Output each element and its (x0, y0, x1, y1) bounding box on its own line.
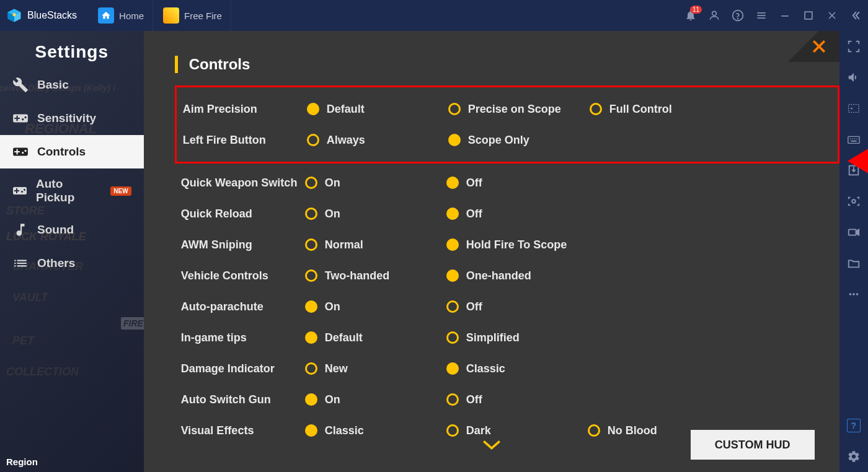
free-fire-icon (163, 7, 179, 24)
row-label: In-game tips (181, 331, 305, 344)
settings-row: Quick Weapon SwitchOnOff (144, 167, 839, 198)
radio-icon (305, 177, 317, 189)
svg-point-24 (852, 199, 856, 203)
option-label: New (325, 362, 348, 375)
music-icon (12, 222, 29, 238)
radio-icon (305, 300, 317, 313)
tab-label: Free Fire (184, 11, 222, 21)
sidebar-item-auto-pickup[interactable]: Auto Pickup NEW (0, 168, 144, 213)
close-icon[interactable] (826, 9, 838, 22)
option-label: Always (327, 134, 365, 147)
fullscreen-icon[interactable] (847, 40, 861, 53)
radio-option[interactable]: Off (446, 208, 588, 221)
radio-option[interactable]: Off (446, 177, 588, 190)
radio-option[interactable]: On (305, 177, 446, 190)
option-label: Two-handed (325, 269, 390, 282)
menu-icon[interactable] (755, 9, 768, 22)
maximize-icon[interactable] (802, 9, 815, 22)
radio-icon (446, 208, 459, 220)
radio-option[interactable]: Full Control (590, 103, 731, 116)
radio-option[interactable]: Simplified (446, 331, 588, 344)
row-label: Auto Switch Gun (181, 393, 305, 406)
settings-row: Damage IndicatorNewClassic (144, 353, 839, 384)
install-apk-icon[interactable] (847, 164, 861, 177)
svg-point-29 (856, 293, 858, 295)
sidebar-item-others[interactable]: Others (0, 247, 144, 280)
bell-icon[interactable]: 11 (684, 9, 697, 22)
radio-option[interactable]: Two-handed (305, 269, 446, 282)
sidebar-item-controls[interactable]: Controls (0, 135, 144, 168)
option-label: Default (325, 331, 363, 344)
gamepad-icon (12, 110, 29, 126)
radio-option[interactable]: Hold Fire To Scope (446, 238, 588, 251)
radio-icon (446, 393, 459, 406)
sidebar-item-basic[interactable]: Basic (0, 68, 144, 102)
radio-option[interactable]: Off (446, 300, 588, 313)
tab-home[interactable]: Home (89, 0, 153, 31)
radio-icon (307, 103, 319, 115)
svg-point-18 (852, 138, 853, 139)
radio-option[interactable]: New (305, 362, 446, 375)
user-icon[interactable] (708, 9, 720, 22)
radio-option[interactable]: Precise on Scope (448, 103, 590, 116)
radio-option[interactable]: Default (305, 331, 446, 344)
radio-option[interactable]: Dark (446, 424, 588, 437)
minimize-icon[interactable] (779, 9, 791, 22)
radio-icon (305, 208, 317, 220)
radio-option[interactable]: One-handed (446, 269, 588, 282)
option-label: On (325, 177, 340, 190)
app-logo-area: BlueStacks (6, 7, 77, 24)
radio-option[interactable]: Classic (446, 362, 588, 375)
list-icon (12, 255, 29, 271)
option-label: Off (466, 208, 482, 221)
bluestacks-logo-icon (6, 7, 22, 24)
settings-row: Auto-parachuteOnOff (144, 291, 839, 322)
radio-option[interactable]: Default (307, 103, 448, 116)
scroll-down-indicator[interactable] (481, 439, 502, 453)
help-icon[interactable] (732, 9, 744, 22)
gear-icon[interactable] (847, 450, 861, 463)
radio-icon (446, 362, 459, 375)
radio-option[interactable]: Off (446, 393, 588, 406)
tab-free-fire[interactable]: Free Fire (154, 0, 231, 31)
tab-label: Home (119, 11, 144, 21)
row-label: Aim Precision (183, 103, 307, 116)
sidebar-item-sound[interactable]: Sound (0, 213, 144, 247)
close-icon (810, 37, 828, 56)
option-label: Classic (325, 424, 364, 437)
settings-row: Left Fire ButtonAlwaysScope Only (177, 125, 838, 155)
radio-option[interactable]: Always (307, 134, 448, 147)
volume-icon[interactable] (847, 71, 861, 84)
custom-hud-button[interactable]: CUSTOM HUD (691, 430, 815, 460)
keyboard-icon[interactable] (847, 133, 861, 146)
option-label: Off (466, 177, 482, 190)
keymap-icon[interactable] (847, 102, 861, 115)
svg-rect-14 (849, 105, 859, 113)
svg-point-15 (851, 108, 852, 109)
option-label: Default (327, 103, 365, 116)
sidebar-item-label: Auto Pickup (36, 177, 99, 204)
radio-option[interactable]: On (305, 208, 446, 221)
help-box-icon[interactable]: ? (847, 419, 861, 432)
screenshot-icon[interactable] (847, 194, 861, 208)
sidebar-item-label: Sound (37, 223, 74, 237)
radio-option[interactable]: On (305, 393, 446, 406)
row-label: Vehicle Controls (181, 269, 305, 282)
collapse-icon[interactable] (849, 9, 862, 22)
radio-option[interactable]: On (305, 300, 446, 313)
radio-option[interactable]: Classic (305, 424, 446, 437)
option-label: Scope Only (468, 134, 529, 147)
more-icon[interactable] (847, 287, 861, 301)
option-label: On (325, 208, 340, 221)
folder-icon[interactable] (847, 256, 861, 270)
row-label: Quick Weapon Switch (181, 177, 305, 190)
sidebar-item-sensitivity[interactable]: Sensitivity (0, 102, 144, 135)
row-label: AWM Sniping (181, 238, 305, 251)
radio-option[interactable]: Normal (305, 238, 446, 251)
radio-option[interactable]: Scope Only (448, 134, 590, 147)
close-settings-button[interactable] (784, 31, 839, 62)
row-label: Auto-parachute (181, 300, 305, 313)
record-icon[interactable] (847, 225, 861, 239)
svg-point-19 (854, 138, 856, 139)
app-name: BlueStacks (27, 10, 77, 21)
